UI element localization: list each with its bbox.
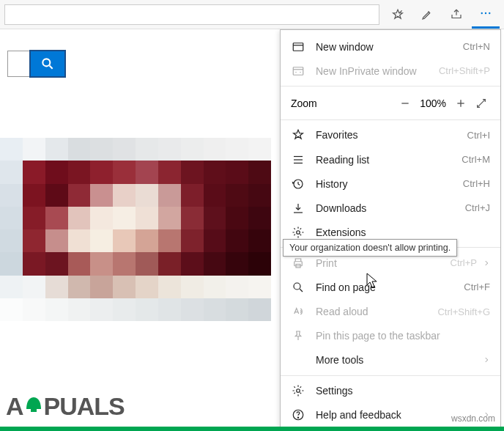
menu-new-window[interactable]: New window Ctrl+N xyxy=(281,34,500,59)
svg-point-11 xyxy=(297,389,300,393)
reading-list-icon xyxy=(291,152,305,167)
pen-notes-icon[interactable] xyxy=(413,1,441,29)
menu-shortcut: Ctrl+P xyxy=(451,257,477,268)
menu-shortcut: Ctrl+J xyxy=(465,202,490,213)
menu-label: More tools xyxy=(316,354,477,366)
footer-accent-bar xyxy=(0,427,504,431)
share-icon[interactable] xyxy=(442,1,470,29)
page-search-button[interactable] xyxy=(29,50,66,78)
chevron-right-icon xyxy=(483,354,490,366)
fullscreen-button[interactable] xyxy=(471,93,492,114)
menu-shortcut: Ctrl+I xyxy=(467,130,490,141)
pin-icon xyxy=(291,328,305,343)
menu-reading-list[interactable]: Reading list Ctrl+M xyxy=(281,147,500,172)
svg-point-13 xyxy=(297,418,298,419)
page-content xyxy=(0,29,278,431)
menu-settings[interactable]: Settings xyxy=(281,379,500,403)
menu-zoom: Zoom 100% xyxy=(281,89,500,117)
menu-label: New window xyxy=(316,41,463,53)
menu-shortcut: Ctrl+Shift+G xyxy=(437,306,490,317)
extensions-icon xyxy=(291,225,305,240)
settings-menu: New window Ctrl+N New InPrivate window C… xyxy=(280,29,501,428)
address-bar[interactable] xyxy=(4,4,379,25)
zoom-label: Zoom xyxy=(291,97,395,109)
browser-toolbar xyxy=(0,0,504,29)
gear-icon xyxy=(291,383,305,398)
chevron-right-icon xyxy=(483,257,490,269)
read-aloud-icon xyxy=(291,304,305,319)
menu-label: New InPrivate window xyxy=(316,65,439,77)
svg-point-3 xyxy=(42,59,50,66)
menu-shortcut: Ctrl+H xyxy=(463,178,490,189)
menu-label: Pin this page to the taskbar xyxy=(316,330,490,342)
toolbar-actions xyxy=(384,1,504,29)
inprivate-icon xyxy=(291,64,305,78)
menu-pin-taskbar: Pin this page to the taskbar xyxy=(281,324,500,348)
page-search-input[interactable] xyxy=(7,51,29,77)
svg-point-2 xyxy=(489,12,490,14)
menu-shortcut: Ctrl+M xyxy=(462,154,490,165)
svg-point-10 xyxy=(294,283,300,290)
favorites-star-icon[interactable] xyxy=(384,1,412,29)
menu-shortcut: Ctrl+F xyxy=(464,281,490,292)
search-icon xyxy=(40,56,55,71)
print-disabled-tooltip: Your organization doesn't allow printing… xyxy=(283,239,457,257)
menu-label: Print xyxy=(316,257,451,269)
svg-rect-5 xyxy=(293,67,303,75)
appuals-logo: APUALS xyxy=(6,392,125,421)
tooltip-text: Your organization doesn't allow printing… xyxy=(289,243,451,253)
svg-rect-8 xyxy=(294,262,303,266)
find-icon xyxy=(291,280,305,295)
menu-label: Settings xyxy=(316,385,490,397)
menu-separator xyxy=(281,375,500,376)
zoom-percent: 100% xyxy=(415,97,451,109)
star-icon xyxy=(291,128,305,142)
menu-shortcut: Ctrl+N xyxy=(463,41,490,52)
menu-label: Reading list xyxy=(316,154,462,166)
menu-label: Read aloud xyxy=(316,306,437,317)
menu-new-inprivate: New InPrivate window Ctrl+Shift+P xyxy=(281,59,500,83)
menu-label: History xyxy=(316,178,463,190)
menu-history[interactable]: History Ctrl+H xyxy=(281,172,500,196)
svg-rect-14 xyxy=(31,409,37,412)
menu-label: Downloads xyxy=(316,202,465,214)
window-icon xyxy=(291,40,305,54)
menu-label: Extensions xyxy=(316,226,490,238)
pixelated-image xyxy=(0,138,271,321)
menu-separator xyxy=(281,86,500,86)
history-icon xyxy=(291,177,305,191)
zoom-out-button[interactable] xyxy=(395,93,415,114)
menu-read-aloud: Read aloud Ctrl+Shift+G xyxy=(281,300,500,324)
zoom-in-button[interactable] xyxy=(451,93,471,114)
menu-shortcut: Ctrl+Shift+P xyxy=(439,65,490,76)
menu-favorites[interactable]: Favorites Ctrl+I xyxy=(281,123,500,147)
svg-rect-4 xyxy=(293,43,303,51)
svg-point-0 xyxy=(481,12,483,14)
svg-point-7 xyxy=(297,231,300,235)
menu-label: Find on page xyxy=(316,281,464,293)
download-icon xyxy=(291,201,305,216)
menu-label: Favorites xyxy=(316,129,467,141)
menu-more-tools[interactable]: More tools xyxy=(281,348,500,372)
svg-point-1 xyxy=(485,12,486,14)
more-menu-icon[interactable] xyxy=(472,1,500,29)
print-icon xyxy=(291,256,305,270)
menu-downloads[interactable]: Downloads Ctrl+J xyxy=(281,196,500,220)
source-url-watermark: wsxdn.com xyxy=(451,413,495,424)
menu-separator xyxy=(281,119,500,120)
menu-find[interactable]: Find on page Ctrl+F xyxy=(281,275,500,299)
help-icon xyxy=(291,408,305,422)
